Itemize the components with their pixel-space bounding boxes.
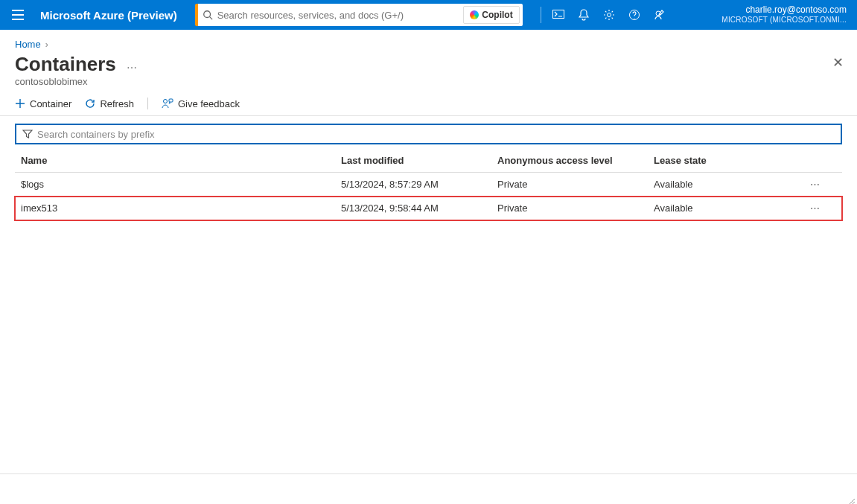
resize-handle[interactable] [848,495,856,503]
table-row[interactable]: $logs 5/13/2024, 8:57:29 AM Private Avai… [15,173,842,197]
help-button[interactable] [622,0,647,30]
page-more-button[interactable]: ⋯ [127,62,138,74]
col-lease[interactable]: Lease state [648,155,782,166]
page-header: Containers ⋯ ✕ [0,53,857,76]
account-email: charlie.roy@contoso.com [721,4,847,15]
feedback-button[interactable] [647,0,672,30]
svg-point-0 [203,11,210,18]
cell-lease: Available [648,179,782,190]
account-info[interactable]: charlie.roy@contoso.com MICROSOFT (MICRO… [714,4,854,25]
add-container-button[interactable]: Container [15,98,71,109]
chevron-right-icon: › [45,39,48,50]
separator [541,7,541,23]
hamburger-menu-button[interactable] [3,0,33,30]
filter-icon [22,129,33,139]
filter-box[interactable] [15,124,842,144]
breadcrumb-home[interactable]: Home [15,39,41,50]
refresh-button[interactable]: Refresh [85,98,134,109]
notifications-button[interactable] [571,0,596,30]
row-more-button[interactable]: ⋯ [782,179,826,190]
plus-icon [15,98,25,109]
row-more-button[interactable]: ⋯ [782,202,826,214]
breadcrumb: Home › [0,30,857,53]
cloud-shell-button[interactable] [546,0,571,30]
cell-last-modified: 5/13/2024, 9:58:44 AM [335,202,491,214]
cell-name: imex513 [15,202,335,214]
page-title: Containers [15,53,116,76]
give-feedback-label: Give feedback [178,98,240,109]
add-container-label: Container [30,98,71,109]
close-button[interactable]: ✕ [832,54,844,71]
filter-row [0,116,857,149]
command-bar: Container Refresh Give feedback [0,93,857,116]
account-tenant: MICROSOFT (MICROSOFT.ONMI... [721,15,847,25]
top-icon-bar [536,0,672,30]
col-name[interactable]: Name [15,155,335,166]
cell-access: Private [491,179,648,190]
search-icon [203,10,213,20]
cell-last-modified: 5/13/2024, 8:57:29 AM [335,179,491,190]
global-search[interactable]: Copilot [195,4,523,26]
footer-divider [0,473,857,474]
settings-button[interactable] [596,0,622,30]
cell-access: Private [491,202,648,214]
svg-line-1 [209,17,212,20]
copilot-label: Copilot [482,10,512,20]
svg-point-6 [163,100,167,103]
table-header: Name Last modified Anonymous access leve… [15,149,842,173]
cell-lease: Available [648,202,782,214]
brand-label: Microsoft Azure (Preview) [33,9,188,22]
cell-name: $logs [15,179,335,190]
top-header: Microsoft Azure (Preview) Copilot charli… [0,0,857,30]
give-feedback-button[interactable]: Give feedback [162,98,240,109]
col-last-modified[interactable]: Last modified [335,155,491,166]
person-feedback-icon [162,98,173,109]
refresh-label: Refresh [100,98,134,109]
table-row[interactable]: imex513 5/13/2024, 9:58:44 AM Private Av… [15,197,842,220]
filter-input[interactable] [37,129,835,140]
svg-rect-7 [169,99,173,102]
global-search-input[interactable] [217,10,461,21]
svg-point-3 [607,13,611,17]
separator [147,98,148,109]
copilot-button[interactable]: Copilot [463,6,519,24]
page-subtitle: contosoblobimex [0,76,857,93]
containers-table: Name Last modified Anonymous access leve… [0,149,857,220]
copilot-icon [470,10,479,19]
refresh-icon [85,98,95,109]
col-access[interactable]: Anonymous access level [491,155,648,166]
svg-rect-2 [552,10,564,19]
